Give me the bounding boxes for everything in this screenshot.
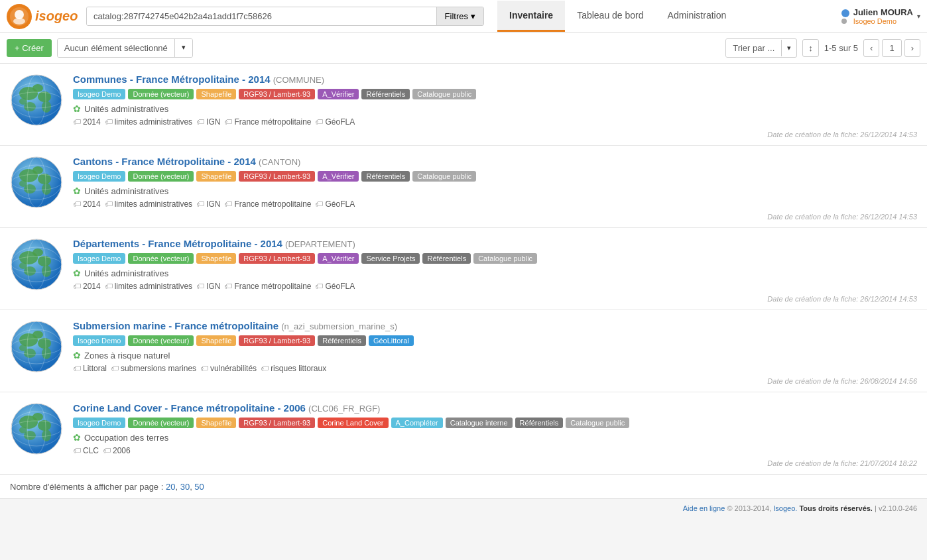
tab-administration[interactable]: Administration: [656, 1, 739, 32]
record-globe-icon: [10, 156, 63, 209]
keyword-item: 🏷 France métropolitaine: [224, 199, 311, 209]
tag-icon: 🏷: [73, 199, 81, 209]
user-info[interactable]: Julien MOURA Isogeo Demo ▾: [841, 7, 920, 25]
items-per-page-option-20[interactable]: 20: [166, 482, 175, 492]
search-input[interactable]: [87, 7, 436, 25]
user-caret-icon: ▾: [917, 13, 920, 20]
tag-icon: 🏷: [315, 117, 323, 127]
sort-caret-button[interactable]: ▾: [781, 40, 796, 56]
items-per-page-option-50[interactable]: 50: [192, 482, 204, 492]
tag-icon: 🏷: [111, 364, 119, 373]
keyword-label: vulnérabilités: [210, 364, 257, 373]
pagination-info: 1-5 sur 5: [824, 43, 858, 53]
keyword-label: Littoral: [83, 364, 107, 373]
record-subtitle: (CLC06_FR_RGF): [308, 404, 380, 414]
tag-item: Shapefile: [196, 253, 236, 264]
tag-item: Shapefile: [196, 171, 236, 182]
create-button[interactable]: + Créer: [7, 39, 52, 57]
tag-icon: 🏷: [105, 282, 113, 291]
svg-point-44: [11, 404, 62, 454]
record-subtitle: (CANTON): [259, 157, 300, 167]
keyword-row: 🏷 CLC 🏷 2006: [73, 446, 917, 455]
keyword-label: IGN: [206, 199, 220, 209]
keyword-label: limites administratives: [115, 282, 192, 291]
keyword-row: 🏷 2014 🏷 limites administratives 🏷 IGN 🏷…: [73, 282, 917, 291]
sort-order-button[interactable]: ↕: [802, 39, 819, 57]
svg-point-6: [32, 84, 43, 92]
record-title[interactable]: Corine Land Cover - France métropolitain…: [73, 402, 917, 414]
tag-item: Catalogue interne: [446, 418, 513, 428]
keyword-item: 🏷 limites administratives: [105, 282, 192, 291]
tag-item: RGF93 / Lambert-93: [239, 418, 315, 428]
record-body: Submersion marine - France métropolitain…: [73, 320, 917, 385]
record-card: Cantons - France Métropolitaine - 2014 (…: [0, 146, 927, 228]
record-card: Submersion marine - France métropolitain…: [0, 310, 927, 392]
svg-point-10: [19, 98, 27, 105]
keyword-label: GéoFLA: [325, 199, 355, 209]
tag-icon: 🏷: [73, 446, 81, 455]
tag-icon: 🏷: [73, 364, 81, 373]
theme-label: Unités administratives: [84, 268, 168, 278]
tag-item: Donnée (vecteur): [128, 418, 194, 428]
tab-tableau-de-bord[interactable]: Tableau de bord: [565, 1, 655, 32]
svg-point-4: [11, 75, 62, 125]
selection-caret-button[interactable]: ▾: [175, 39, 192, 57]
tag-icon: 🏷: [200, 364, 208, 373]
svg-point-2: [15, 10, 24, 19]
record-title[interactable]: Départements - France Métropolitaine - 2…: [73, 238, 917, 249]
tag-item: RGF93 / Lambert-93: [239, 171, 315, 182]
svg-point-3: [13, 18, 25, 25]
record-title[interactable]: Communes - France Métropolitaine - 2014 …: [73, 74, 917, 85]
keyword-item: 🏷 GéoFLA: [315, 199, 355, 209]
tag-icon: 🏷: [224, 282, 232, 291]
tag-icon: 🏷: [103, 446, 111, 455]
page-prev-button[interactable]: ‹: [863, 39, 879, 57]
keyword-label: IGN: [206, 282, 220, 291]
tag-item: Catalogue public: [412, 89, 476, 99]
svg-point-36: [32, 331, 43, 339]
tag-item: Isogeo Demo: [73, 89, 125, 99]
tag-icon: 🏷: [261, 364, 269, 373]
tags-row: Isogeo DemoDonnée (vecteur)ShapefileRGF9…: [73, 335, 917, 346]
svg-point-24: [11, 239, 62, 290]
tag-item: Référentiels: [422, 253, 471, 264]
record-card: Corine Land Cover - France métropolitain…: [0, 392, 927, 475]
help-link[interactable]: Aide en ligne: [683, 504, 725, 512]
leaf-icon: ✿: [73, 186, 81, 196]
keyword-label: France métropolitaine: [234, 117, 311, 127]
page-next-button[interactable]: ›: [904, 39, 920, 57]
keyword-item: 🏷 vulnérabilités: [200, 364, 257, 373]
svg-point-20: [19, 180, 27, 187]
tag-icon: 🏷: [105, 117, 113, 127]
record-title[interactable]: Submersion marine - France métropolitain…: [73, 320, 917, 331]
keyword-label: France métropolitaine: [234, 282, 311, 291]
tag-item: Shapefile: [196, 335, 236, 346]
tag-item: Référentiels: [515, 418, 564, 428]
record-subtitle: (n_azi_submersion_marine_s): [281, 321, 397, 331]
svg-point-16: [32, 166, 43, 174]
tags-row: Isogeo DemoDonnée (vecteur)ShapefileRGF9…: [73, 253, 917, 264]
keyword-row: 🏷 2014 🏷 limites administratives 🏷 IGN 🏷…: [73, 199, 917, 209]
company-link[interactable]: Isogeo.: [773, 504, 797, 512]
theme-row: ✿ Occupation des terres: [73, 432, 917, 443]
record-title[interactable]: Cantons - France Métropolitaine - 2014 (…: [73, 156, 917, 167]
theme-label: Occupation des terres: [84, 433, 168, 443]
keyword-item: 🏷 IGN: [196, 282, 220, 291]
keyword-item: 🏷 IGN: [196, 117, 220, 127]
svg-point-46: [32, 413, 43, 421]
tag-icon: 🏷: [224, 199, 232, 209]
record-body: Communes - France Métropolitaine - 2014 …: [73, 74, 917, 139]
tag-item: Donnée (vecteur): [128, 171, 194, 182]
tab-inventaire[interactable]: Inventaire: [497, 1, 565, 32]
record-card: Communes - France Métropolitaine - 2014 …: [0, 64, 927, 146]
keyword-row: 🏷 Littoral 🏷 submersions marines 🏷 vulné…: [73, 364, 917, 373]
keyword-label: 2006: [113, 446, 131, 455]
keyword-item: 🏷 GéoFLA: [315, 117, 355, 127]
keyword-item: 🏷 limites administratives: [105, 117, 192, 127]
keyword-item: 🏷 IGN: [196, 199, 220, 209]
filtres-button[interactable]: Filtres ▾: [436, 7, 483, 25]
tag-icon: 🏷: [73, 282, 81, 291]
items-per-page-option-30[interactable]: 30: [178, 482, 190, 492]
tag-item: GéoLittoral: [369, 335, 414, 346]
tag-item: Référentiels: [361, 89, 410, 99]
